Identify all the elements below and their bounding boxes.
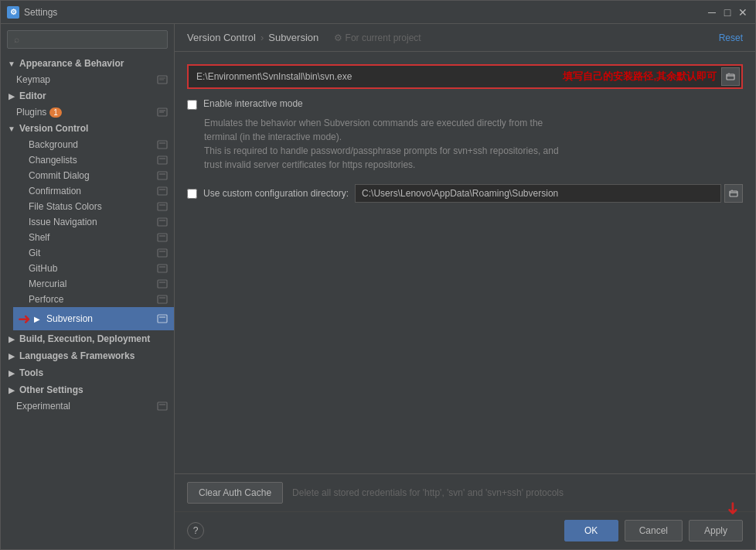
sidebar-item-git[interactable]: Git [13,245,174,261]
svg-rect-8 [158,156,167,164]
sidebar-item-experimental[interactable]: Experimental [1,398,174,414]
vc-children: Background Changelists Commit Dialog [1,137,174,330]
svg-rect-32 [727,74,734,80]
sidebar-item-keymap[interactable]: Keymap [1,72,174,87]
svn-path-row: 填写自己的安装路径,其余默认即可 [187,64,743,89]
svg-rect-18 [158,234,167,241]
expand-arrow-editor: ▶ [7,91,16,101]
sidebar-item-version-control[interactable]: ▼ Version Control [1,120,174,137]
for-project-label: ⚙ For current project [334,32,421,43]
help-button[interactable]: ? [187,522,204,539]
minimize-button[interactable]: ─ [706,6,718,19]
page-icon-perforce [157,294,168,305]
custom-config-label[interactable]: Use custom configuration directory: [203,188,349,199]
svg-rect-16 [158,218,167,226]
svg-rect-10 [158,172,167,179]
page-icon-experimental [157,401,168,412]
svn-path-browse-button[interactable] [721,67,740,86]
reset-link[interactable]: Reset [719,32,743,43]
ok-button[interactable]: OK [564,520,618,541]
page-icon-mercurial [157,278,168,289]
sidebar-item-subversion[interactable]: ➜ ▶ Subversion [13,307,174,330]
svg-rect-14 [158,203,167,210]
apply-red-arrow-icon: ➜ [723,501,743,515]
page-icon-subversion [157,313,168,324]
page-icon-github [157,263,168,274]
config-dir-input[interactable] [355,184,721,203]
apply-button[interactable]: Apply [689,520,743,541]
custom-config-checkbox[interactable] [187,189,197,199]
page-icon-issue-navigation [157,217,168,227]
sidebar-item-languages[interactable]: ▶ Languages & Frameworks [1,347,174,364]
breadcrumb-separator: › [261,32,264,43]
sidebar-item-background[interactable]: Background [13,137,174,152]
svg-rect-26 [158,295,167,303]
config-dir-browse-button[interactable] [724,184,743,203]
settings-window: ⚙ Settings ─ □ ✕ ▼ Appearance & Behavior [0,0,756,550]
svg-rect-30 [158,402,167,410]
expand-arrow-tools: ▶ [7,368,16,377]
page-icon-confirmation [157,186,168,196]
clear-auth-cache-button[interactable]: Clear Auth Cache [187,482,283,504]
page-icon-file-status-colors [157,201,168,212]
window-controls: ─ □ ✕ [706,6,749,19]
sidebar-item-confirmation[interactable]: Confirmation [13,183,174,199]
red-arrow-icon: ➜ [18,309,31,328]
sidebar-item-github[interactable]: GitHub [13,261,174,276]
maximize-button[interactable]: □ [721,6,734,19]
expand-arrow-vc: ▼ [7,124,16,133]
search-input[interactable] [7,30,168,49]
sidebar-item-plugins[interactable]: Plugins 1 [1,104,174,120]
content-area: ▼ Appearance & Behavior Keymap ▶ Editor [1,24,755,549]
expand-arrow-other: ▶ [7,385,16,395]
description-text: Emulates the behavior when Subversion co… [204,116,743,172]
sidebar-item-issue-navigation[interactable]: Issue Navigation [13,214,174,230]
svg-rect-33 [730,191,737,196]
interactive-mode-checkbox[interactable] [187,100,197,110]
bottom-bar: Clear Auth Cache Delete all stored crede… [175,473,755,511]
sidebar-item-shelf[interactable]: Shelf [13,230,174,245]
svg-rect-22 [158,265,167,272]
interactive-mode-row: Enable interactive mode [187,98,743,110]
interactive-mode-label[interactable]: Enable interactive mode [203,98,303,109]
svg-rect-12 [158,187,167,195]
window-title: Settings [24,7,706,18]
svg-rect-24 [158,280,167,288]
page-icon-changelists [157,155,168,166]
expand-arrow-build: ▶ [7,334,16,343]
close-button[interactable]: ✕ [737,6,749,19]
config-dir-row: Use custom configuration directory: [187,184,743,203]
page-icon-git [157,248,168,258]
sidebar-item-editor[interactable]: ▶ Editor [1,87,174,104]
sidebar-item-changelists[interactable]: Changelists [13,152,174,168]
sidebar-item-other-settings[interactable]: ▶ Other Settings [1,381,174,398]
search-box [1,24,174,55]
sidebar-item-perforce[interactable]: Perforce [13,292,174,307]
app-icon: ⚙ [7,6,19,19]
page-icon-keymap [157,74,168,85]
sidebar-item-build-execution[interactable]: ▶ Build, Execution, Deployment [1,330,174,347]
sidebar-item-tools[interactable]: ▶ Tools [1,364,174,381]
cache-description: Delete all stored credentials for 'http'… [292,487,564,498]
cancel-button[interactable]: Cancel [625,520,683,541]
svg-rect-20 [158,249,167,257]
svg-rect-6 [158,141,167,149]
sidebar-item-file-status-colors[interactable]: File Status Colors [13,199,174,214]
page-icon-plugins [157,107,168,118]
sidebar-item-commit-dialog[interactable]: Commit Dialog [13,168,174,183]
sidebar-item-mercurial[interactable]: Mercurial [13,276,174,292]
plugins-badge: 1 [49,108,62,118]
panel-header: Version Control › Subversion ⚙ For curre… [175,24,755,52]
subversion-expand-arrow: ▶ [32,314,42,323]
page-icon-background [157,139,168,150]
main-panel: Version Control › Subversion ⚙ For curre… [175,24,755,549]
expand-arrow-appearance: ▼ [7,59,16,68]
sidebar-item-appearance[interactable]: ▼ Appearance & Behavior [1,55,174,72]
page-icon-commit-dialog [157,170,168,181]
expand-arrow-languages: ▶ [7,351,16,360]
titlebar: ⚙ Settings ─ □ ✕ [1,1,755,24]
svn-path-overlay: 填写自己的安装路径,其余默认即可 [558,68,721,85]
svg-rect-28 [158,315,167,323]
sidebar: ▼ Appearance & Behavior Keymap ▶ Editor [1,24,175,549]
svn-path-input[interactable] [190,68,558,85]
